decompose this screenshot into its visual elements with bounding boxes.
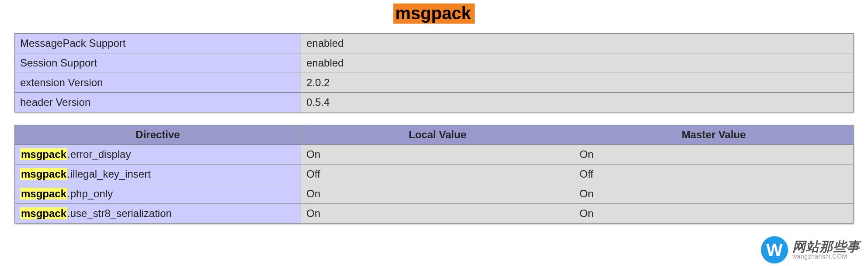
directive-master: Off [574, 164, 854, 184]
info-value: 0.5.4 [301, 93, 854, 112]
directive-local: Off [301, 164, 574, 184]
info-value: enabled [301, 34, 854, 53]
directive-master: On [574, 145, 854, 164]
info-value: enabled [301, 53, 854, 73]
table-row: extension Version 2.0.2 [15, 73, 854, 93]
directive-master: On [574, 204, 854, 224]
directive-prefix: msgpack [20, 148, 67, 160]
table-row: MessagePack Support enabled [15, 34, 854, 53]
table-row: Session Support enabled [15, 53, 854, 73]
directive-master: On [574, 184, 854, 204]
col-master: Master Value [574, 125, 854, 145]
info-key: MessagePack Support [15, 34, 301, 53]
col-directive: Directive [15, 125, 301, 145]
directive-local: On [301, 184, 574, 204]
table-row: msgpack.php_only On On [15, 184, 854, 204]
directive-name: msgpack.php_only [15, 184, 301, 204]
module-heading: msgpack [0, 4, 868, 24]
table-row: header Version 0.5.4 [15, 93, 854, 112]
directive-local: On [301, 145, 574, 164]
table-header-row: Directive Local Value Master Value [15, 125, 854, 145]
directive-suffix: .illegal_key_insert [67, 168, 151, 180]
directive-suffix: .php_only [67, 188, 113, 200]
directive-name: msgpack.illegal_key_insert [15, 164, 301, 184]
directive-suffix: .error_display [67, 148, 131, 160]
directive-local: On [301, 204, 574, 224]
directive-name: msgpack.use_str8_serialization [15, 204, 301, 224]
table-row: msgpack.illegal_key_insert Off Off [15, 164, 854, 184]
directive-name: msgpack.error_display [15, 145, 301, 164]
module-heading-text: msgpack [393, 4, 474, 24]
info-table: MessagePack Support enabled Session Supp… [14, 33, 854, 112]
info-value: 2.0.2 [301, 73, 854, 93]
directive-suffix: .use_str8_serialization [67, 207, 172, 219]
directive-prefix: msgpack [20, 168, 67, 180]
directive-prefix: msgpack [20, 207, 67, 219]
directives-table: Directive Local Value Master Value msgpa… [14, 125, 854, 224]
directive-prefix: msgpack [20, 188, 67, 200]
info-key: Session Support [15, 53, 301, 73]
col-local: Local Value [301, 125, 574, 145]
info-key: extension Version [15, 73, 301, 93]
info-key: header Version [15, 93, 301, 112]
table-row: msgpack.error_display On On [15, 145, 854, 164]
table-row: msgpack.use_str8_serialization On On [15, 204, 854, 224]
